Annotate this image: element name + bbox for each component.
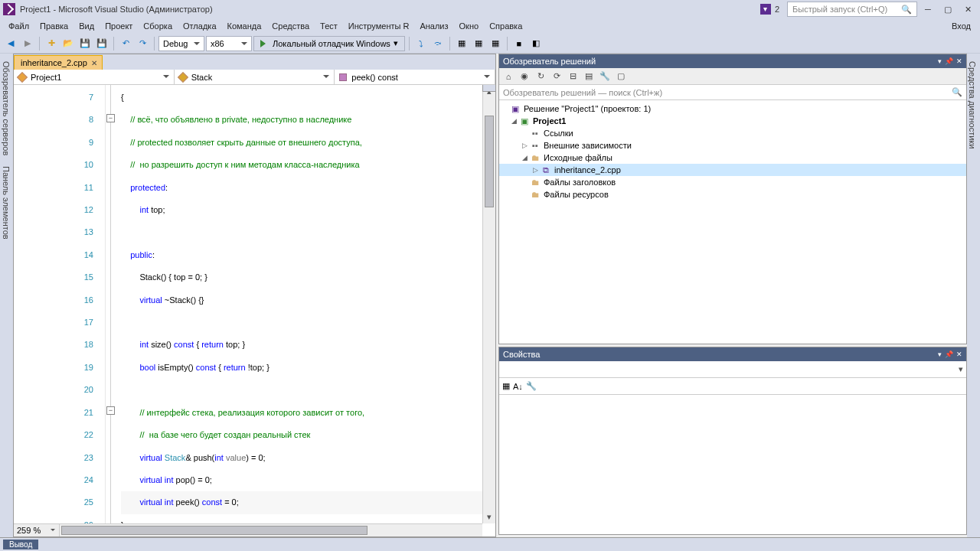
output-tab[interactable]: Вывод: [3, 540, 38, 549]
tab-close-icon[interactable]: ✕: [91, 59, 97, 67]
menu-window[interactable]: Окно: [454, 20, 485, 32]
notification-icon[interactable]: ▾: [760, 4, 771, 15]
back-button[interactable]: ◀: [3, 36, 18, 51]
wrench-icon[interactable]: 🔧: [526, 381, 537, 391]
resources-node[interactable]: 🖿Файлы ресурсов: [499, 188, 966, 201]
references-icon: ▪▪: [530, 128, 541, 139]
code-editor[interactable]: 7891011121314151617181920212223242526 − …: [14, 85, 495, 536]
file-node[interactable]: ▷⧉inheritance_2.cpp: [499, 164, 966, 176]
solution-tree[interactable]: ▣Решение "Project1" (проектов: 1) ◢▣Proj…: [499, 100, 966, 344]
preview-icon[interactable]: ▢: [614, 70, 628, 83]
tool-btn-3[interactable]: ▦: [488, 36, 503, 51]
save-all-button[interactable]: 💾: [94, 36, 109, 51]
start-debug-button[interactable]: Локальный отладчик Windows ▾: [253, 36, 405, 51]
tool-btn-4[interactable]: ■: [511, 36, 527, 51]
properties-toolbar: ▦ A↓ 🔧: [499, 378, 966, 395]
menu-tools[interactable]: Средства: [266, 20, 315, 32]
panel-close-icon[interactable]: ✕: [956, 350, 962, 358]
menu-debug[interactable]: Отладка: [178, 20, 221, 32]
main-toolbar: ◀ ▶ ✚ 📂 💾 💾 ↶ ↷ Debug x86 Локальный отла…: [0, 34, 980, 54]
editor-area: inheritance_2.cpp ✕ Project1 Stack peek(…: [13, 54, 496, 537]
pin-icon[interactable]: 📌: [945, 57, 953, 65]
menu-build[interactable]: Сборка: [138, 20, 178, 32]
solution-search-input[interactable]: Обозреватель решений — поиск (Ctrl+ж) 🔍: [499, 85, 966, 100]
panel-menu-icon[interactable]: ▾: [938, 57, 942, 65]
menu-edit[interactable]: Правка: [34, 20, 74, 32]
menu-rtools[interactable]: Инструменты R: [343, 20, 415, 32]
collapse-icon[interactable]: ⊟: [566, 70, 580, 83]
tool-btn-1[interactable]: ▦: [454, 36, 469, 51]
tool-icon[interactable]: ◉: [518, 70, 531, 83]
sync-icon[interactable]: ↻: [534, 70, 547, 83]
close-button[interactable]: ✕: [959, 2, 977, 16]
step-into-button[interactable]: ⤵: [413, 36, 429, 51]
home-icon[interactable]: ⌂: [501, 70, 515, 83]
splitter-handle[interactable]: [482, 85, 495, 92]
file-tab[interactable]: inheritance_2.cpp ✕: [14, 55, 103, 70]
headers-node[interactable]: 🖿Файлы заголовков: [499, 176, 966, 188]
alphabetical-icon[interactable]: A↓: [513, 382, 523, 391]
show-all-icon[interactable]: ▤: [582, 70, 596, 83]
menu-test[interactable]: Тест: [315, 20, 343, 32]
nav-class-combo[interactable]: Stack: [175, 70, 335, 84]
search-icon: 🔍: [952, 87, 962, 97]
tool-btn-5[interactable]: ◧: [528, 36, 544, 51]
project-node[interactable]: ◢▣Project1: [499, 115, 966, 127]
menu-file[interactable]: Файл: [3, 20, 34, 32]
server-explorer-tab[interactable]: Обозреватель серверов: [1, 58, 12, 158]
quick-launch-input[interactable]: Быстрый запуск (Ctrl+Q) 🔍: [787, 2, 917, 17]
properties-header[interactable]: Свойства ▾📌✕: [499, 347, 966, 361]
nav-member-combo[interactable]: peek() const: [335, 70, 495, 84]
left-tool-rail: Обозреватель серверов Панель элементов: [0, 54, 13, 537]
hscroll-thumb[interactable]: [61, 526, 368, 535]
menu-help[interactable]: Справка: [484, 20, 528, 32]
panel-menu-icon[interactable]: ▾: [938, 350, 942, 358]
maximize-button[interactable]: ▢: [939, 2, 957, 16]
title-bar: Project1 - Microsoft Visual Studio (Адми…: [0, 0, 980, 18]
editor-tabs: inheritance_2.cpp ✕: [14, 54, 495, 70]
menu-team[interactable]: Команда: [222, 20, 267, 32]
vertical-scrollbar[interactable]: ▴ ▾: [482, 85, 495, 523]
bottom-panel-bar: Вывод: [0, 537, 980, 551]
open-button[interactable]: 📂: [60, 36, 76, 51]
code-text[interactable]: { // всё, что объявлено в private, недос…: [116, 85, 495, 536]
menu-project[interactable]: Проект: [100, 20, 138, 32]
notification-count: 2: [775, 5, 779, 14]
toolbox-tab[interactable]: Панель элементов: [1, 163, 12, 243]
menu-analyze[interactable]: Анализ: [414, 20, 453, 32]
fold-column: − −: [106, 85, 116, 536]
menu-view[interactable]: Вид: [74, 20, 100, 32]
properties-selector[interactable]: ▾: [499, 361, 966, 378]
solution-node[interactable]: ▣Решение "Project1" (проектов: 1): [499, 103, 966, 115]
scroll-thumb[interactable]: [485, 116, 494, 207]
undo-button[interactable]: ↶: [118, 36, 133, 51]
diagnostics-tab[interactable]: Средства диагностики: [967, 58, 978, 152]
solution-explorer-header[interactable]: Обозреватель решений ▾📌✕: [499, 54, 966, 68]
step-over-button[interactable]: ⤼: [430, 36, 446, 51]
properties-icon[interactable]: 🔧: [598, 70, 612, 83]
refresh-icon[interactable]: ⟳: [550, 70, 564, 83]
external-deps-node[interactable]: ▷▪▪Внешние зависимости: [499, 139, 966, 152]
right-tool-rail: Средства диагностики: [967, 54, 980, 537]
fold-toggle[interactable]: −: [106, 114, 115, 122]
pin-icon[interactable]: 📌: [945, 350, 953, 358]
minimize-button[interactable]: ─: [919, 2, 937, 16]
config-combo[interactable]: Debug: [158, 36, 204, 51]
horizontal-scrollbar[interactable]: 259 %: [14, 523, 482, 536]
forward-button[interactable]: ▶: [20, 36, 35, 51]
save-button[interactable]: 💾: [77, 36, 93, 51]
sign-in-link[interactable]: Вход: [946, 20, 977, 32]
nav-project-combo[interactable]: Project1: [14, 70, 175, 84]
vs-logo-icon: [3, 3, 15, 15]
references-node[interactable]: ▪▪Ссылки: [499, 127, 966, 139]
new-project-button[interactable]: ✚: [44, 36, 59, 51]
fold-toggle[interactable]: −: [106, 406, 115, 415]
zoom-combo[interactable]: 259 %: [14, 524, 60, 536]
categorized-icon[interactable]: ▦: [502, 381, 510, 391]
source-files-node[interactable]: ◢🖿Исходные файлы: [499, 152, 966, 164]
redo-button[interactable]: ↷: [135, 36, 150, 51]
panel-close-icon[interactable]: ✕: [956, 57, 962, 65]
tool-btn-2[interactable]: ▦: [471, 36, 486, 51]
scroll-down-icon[interactable]: ▾: [483, 510, 495, 523]
platform-combo[interactable]: x86: [206, 36, 252, 51]
